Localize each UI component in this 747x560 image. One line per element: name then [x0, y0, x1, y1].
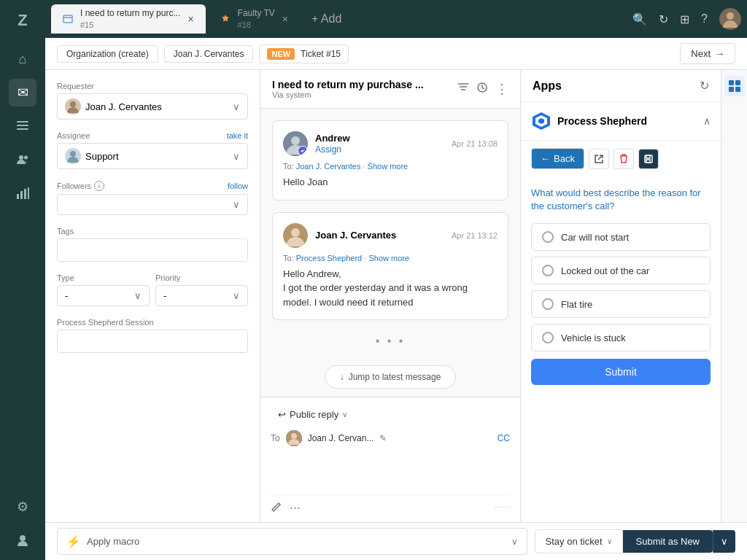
- apps-title: Apps: [533, 79, 562, 93]
- process-session-input[interactable]: [57, 330, 248, 353]
- more-reply-options-icon[interactable]: ⋯: [290, 501, 301, 515]
- help-icon[interactable]: ?: [701, 12, 708, 26]
- assignee-label-row: Assignee take it: [57, 131, 248, 140]
- reply-compose-area[interactable]: [271, 452, 510, 489]
- zendesk-logo-icon: Z: [18, 11, 27, 30]
- ps-submit-button[interactable]: Submit: [531, 359, 711, 385]
- ps-option-car-not-start[interactable]: Car will not start: [531, 223, 711, 251]
- svg-rect-7: [24, 189, 26, 199]
- tab-ticket-18-close[interactable]: ×: [281, 14, 290, 24]
- apps-refresh-icon[interactable]: ↻: [700, 79, 709, 93]
- sidebar-item-reports[interactable]: [9, 179, 36, 207]
- type-priority-row: Type - ∨ Priority - ∨: [57, 273, 248, 318]
- sidebar-item-settings[interactable]: ⚙: [9, 493, 36, 521]
- stay-on-ticket-button[interactable]: Stay on ticket ∨: [535, 529, 623, 553]
- ps-title-label: Process Shepherd: [557, 115, 647, 127]
- ps-back-icon: ←: [541, 153, 550, 164]
- tab-ticket-18[interactable]: Faulty TV #18 ×: [209, 4, 300, 34]
- priority-field: Priority - ∨: [155, 273, 248, 306]
- reply-cc-label[interactable]: CC: [498, 433, 510, 443]
- compose-icon[interactable]: [271, 501, 282, 515]
- macro-chevron-icon: ∨: [511, 537, 518, 547]
- submit-as-new-button[interactable]: Submit as New: [623, 530, 713, 553]
- reply-arrow-icon: ↩: [278, 409, 286, 420]
- follow-link[interactable]: follow: [228, 182, 248, 190]
- jump-to-latest-button[interactable]: ↓ Jump to latest message: [325, 365, 457, 389]
- sidebar-item-inbox[interactable]: ✉: [9, 79, 36, 106]
- filter-icon[interactable]: [457, 82, 469, 96]
- ps-logo-icon: [531, 111, 551, 131]
- grid-icon[interactable]: ⊞: [680, 12, 689, 26]
- assignee-avatar: [65, 148, 81, 164]
- content-area: Requester Joan J. Cervantes ∨ Assignee t…: [45, 70, 747, 522]
- ps-collapse-icon[interactable]: ∧: [703, 115, 711, 127]
- followers-info-icon[interactable]: i: [94, 181, 104, 191]
- breadcrumb-ticket[interactable]: NEW Ticket #15: [259, 44, 349, 63]
- ps-option-locked-out-label: Locked out of the car: [561, 265, 649, 276]
- submit-dropdown-button[interactable]: ∨: [713, 530, 735, 553]
- take-it-link[interactable]: take it: [227, 131, 248, 140]
- requester-field: Requester Joan J. Cervantes ∨: [57, 82, 248, 120]
- type-dropdown[interactable]: - ∨: [57, 285, 150, 306]
- followers-label-row: Followers i follow: [57, 181, 248, 191]
- ps-radio-locked-out: [542, 265, 554, 276]
- assignee-name: Support: [85, 151, 119, 162]
- more-options-icon[interactable]: ⋮: [495, 81, 508, 97]
- next-button[interactable]: Next →: [680, 43, 735, 64]
- message-2-show-more[interactable]: Show more: [368, 254, 409, 262]
- apps-icon-button[interactable]: [724, 76, 745, 96]
- assignee-dropdown[interactable]: Support ∨: [57, 143, 248, 169]
- ps-option-locked-out[interactable]: Locked out of the car: [531, 257, 711, 284]
- sidebar-item-user[interactable]: [9, 526, 36, 554]
- reply-to-row: To Joan J. Cervan... ✎ CC: [271, 430, 510, 446]
- conversation-panel: I need to return my purchase ... Via sys…: [260, 70, 520, 522]
- ps-option-flat-tire[interactable]: Flat tire: [531, 290, 711, 318]
- svg-point-4: [24, 156, 28, 160]
- message-2-sender-name: Joan J. Cervantes: [315, 230, 396, 241]
- history-icon[interactable]: [476, 82, 488, 96]
- message-1-show-more[interactable]: Show more: [368, 162, 409, 171]
- tags-input[interactable]: [57, 238, 248, 262]
- requester-dropdown[interactable]: Joan J. Cervantes ∨: [57, 93, 248, 120]
- tab-ticket-15-close[interactable]: ×: [186, 14, 195, 24]
- sidebar-item-views[interactable]: [9, 112, 36, 140]
- assignee-field: Assignee take it Support ∨: [57, 131, 248, 169]
- breadcrumb-user[interactable]: Joan J. Cervantes: [164, 45, 254, 63]
- ps-radio-flat-tire: [542, 298, 554, 310]
- followers-field: Followers i follow ∨: [57, 181, 248, 215]
- message-1-to-name: Joan J. Cervantes: [296, 162, 361, 171]
- reply-type-label: Public reply: [290, 409, 338, 420]
- breadcrumb-org[interactable]: Organization (create): [57, 45, 158, 63]
- priority-value: -: [163, 290, 166, 301]
- ps-back-button[interactable]: ← Back: [531, 148, 584, 169]
- message-1-sender-name: Andrew: [315, 133, 350, 144]
- sidebar-item-users[interactable]: [9, 146, 36, 174]
- jump-down-icon: ↓: [340, 372, 344, 382]
- refresh-icon[interactable]: ↻: [659, 12, 668, 26]
- followers-dropdown[interactable]: ∨: [57, 194, 248, 215]
- ps-external-link-button[interactable]: [589, 149, 609, 169]
- search-icon[interactable]: 🔍: [632, 12, 647, 26]
- message-2-to: To: Process Shepherd · Show more: [283, 254, 498, 262]
- ps-delete-button[interactable]: [614, 149, 634, 169]
- user-avatar[interactable]: [719, 8, 741, 30]
- priority-dropdown[interactable]: - ∨: [155, 285, 248, 306]
- ps-save-button[interactable]: [638, 149, 659, 169]
- reply-type-button[interactable]: ↩ Public reply ∨: [271, 405, 355, 424]
- ps-back-label: Back: [554, 153, 575, 164]
- apply-macro-area[interactable]: ⚡ Apply macro ∨: [57, 528, 527, 555]
- assign-link[interactable]: Assign: [315, 144, 341, 155]
- message-2-to-name: Process Shepherd: [296, 254, 363, 262]
- edit-icon[interactable]: ✎: [379, 433, 387, 443]
- tab-ticket-15-title: I need to return my purc...: [80, 8, 180, 20]
- tab-ticket-15[interactable]: I need to return my purc... #15 ×: [51, 4, 206, 34]
- apps-icon-sidebar: [721, 70, 747, 522]
- tab-add-button[interactable]: + Add: [303, 12, 350, 26]
- sidebar-item-home[interactable]: ⌂: [9, 45, 36, 73]
- stay-on-ticket-chevron-icon: ∨: [607, 537, 612, 545]
- ps-option-vehicle-stuck[interactable]: Vehicle is stuck: [531, 324, 711, 351]
- svg-point-13: [727, 12, 734, 20]
- message-2-time: Apr 21 13:12: [452, 231, 498, 240]
- reply-type-row: ↩ Public reply ∨: [271, 405, 510, 424]
- breadcrumb-bar: Organization (create) Joan J. Cervantes …: [45, 38, 747, 70]
